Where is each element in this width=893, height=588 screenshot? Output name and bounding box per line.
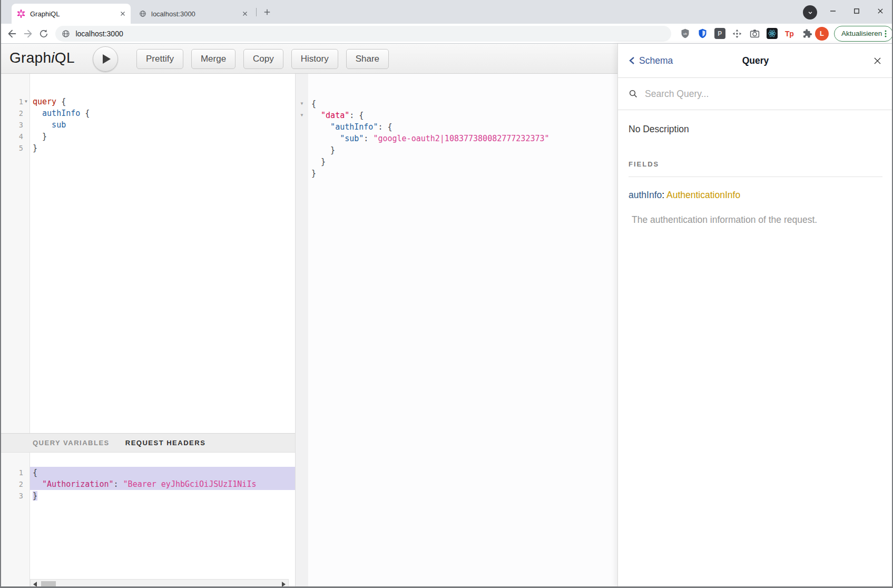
graphiql-topbar: GraphiQL Prettify Merge Copy History Sha…: [0, 44, 617, 74]
p-extension-icon[interactable]: P: [713, 27, 726, 40]
tab-localhost[interactable]: localhost:3000: [134, 4, 253, 24]
doc-title: Query: [742, 55, 769, 66]
tab-request-headers[interactable]: REQUEST HEADERS: [125, 439, 206, 447]
field-description: The authentication information of the re…: [629, 214, 882, 226]
code-line: 1 {: [0, 467, 295, 478]
divider: [629, 177, 882, 177]
fields-heading: FIELDS: [629, 160, 882, 168]
code-line: 3 }: [0, 490, 295, 502]
type-description: No Description: [629, 124, 882, 135]
code-line: 3 sub: [0, 119, 295, 131]
code-line: 1▼ query {: [0, 96, 295, 107]
update-button-label: Aktualisieren: [841, 30, 882, 37]
search-icon: [629, 89, 638, 99]
graphiql-app: GraphiQL Prettify Merge Copy History Sha…: [0, 44, 893, 588]
history-button[interactable]: History: [291, 49, 338, 69]
profile-avatar[interactable]: L: [815, 27, 829, 41]
code-line: 2 authInfo {: [0, 107, 295, 119]
code-line: }: [296, 156, 617, 168]
kebab-menu-icon[interactable]: [882, 30, 889, 38]
browser-toolbar: localhost:3000 ub P: [0, 24, 893, 44]
address-bar[interactable]: localhost:3000: [55, 26, 671, 42]
window-close-button[interactable]: [868, 0, 892, 22]
extensions-puzzle-icon[interactable]: [800, 27, 813, 40]
toolbar-buttons: Prettify Merge Copy History Share: [136, 49, 389, 69]
share-button[interactable]: Share: [346, 49, 389, 69]
tampermonkey-tp-icon[interactable]: Tp: [783, 27, 796, 40]
fold-caret-icon[interactable]: ▼: [296, 110, 308, 121]
variables-tab-bar: QUERY VARIABLES REQUEST HEADERS: [0, 433, 295, 453]
site-info-globe-icon[interactable]: [62, 30, 70, 38]
doc-explorer-header: Schema Query: [618, 44, 893, 78]
browser-window: GraphiQL localhost:3000: [0, 0, 893, 588]
doc-search-input[interactable]: [644, 88, 867, 100]
doc-back-button[interactable]: Schema: [629, 55, 673, 66]
tab-title: GraphiQL: [30, 10, 119, 18]
update-button[interactable]: Aktualisieren: [834, 26, 893, 42]
ublock-shield-icon[interactable]: ub: [679, 27, 691, 40]
doc-close-icon[interactable]: [872, 56, 882, 66]
graphiql-logo: GraphiQL: [9, 50, 75, 66]
tab-title: localhost:3000: [151, 10, 241, 18]
chevron-left-icon: [629, 56, 635, 65]
code-line: "authInfo": {: [296, 121, 617, 133]
move-crosshair-icon[interactable]: [731, 27, 743, 40]
prettify-button[interactable]: Prettify: [136, 49, 183, 69]
tab-graphiql[interactable]: GraphiQL: [12, 4, 131, 24]
result-viewer: ▼ { ▼ "data": { "authInfo": { "sub": "go…: [296, 74, 617, 179]
tab-separator: [256, 8, 257, 16]
window-minimize-button[interactable]: [821, 0, 845, 22]
doc-explorer-panel: Schema Query No Description FIELDS authI…: [617, 44, 893, 588]
code-line: 2 "Authorization": "Bearer eyJhbGciOiJSU…: [0, 478, 295, 490]
merge-button[interactable]: Merge: [191, 49, 235, 69]
fold-caret-icon[interactable]: ▼: [23, 96, 29, 107]
field-name-link[interactable]: authInfo: [629, 190, 662, 200]
code-line: ▼ {: [296, 98, 617, 110]
code-line: }: [296, 168, 617, 179]
execute-query-button[interactable]: [93, 46, 118, 72]
browser-menu-caret-icon[interactable]: [803, 5, 817, 19]
doc-body: No Description FIELDS authInfo: Authenti…: [618, 110, 893, 226]
extensions-row: ub P Tp: [679, 27, 813, 40]
copy-button[interactable]: Copy: [243, 49, 283, 69]
code-line: ▼ "data": {: [296, 110, 617, 121]
new-tab-button[interactable]: [262, 7, 272, 17]
code-line: "sub": "google-oauth2|108377380082777232…: [296, 133, 617, 144]
window-edge: [0, 0, 1, 588]
reload-icon[interactable]: [36, 26, 52, 42]
window-maximize-button[interactable]: [845, 0, 868, 22]
query-editor[interactable]: 1▼ query { 2 authInfo { 3 sub 4 } 5: [0, 74, 295, 154]
forward-icon[interactable]: [20, 26, 36, 42]
doc-back-label: Schema: [639, 55, 673, 66]
code-line: 4 }: [0, 131, 295, 142]
tab-query-variables[interactable]: QUERY VARIABLES: [33, 439, 110, 447]
bitwarden-shield-icon[interactable]: [696, 27, 709, 40]
fold-caret-icon[interactable]: ▼: [296, 98, 308, 110]
back-icon[interactable]: [4, 26, 20, 42]
globe-icon: [139, 10, 146, 17]
react-devtools-icon[interactable]: [766, 27, 778, 40]
request-headers-editor[interactable]: 1 { 2 "Authorization": "Bearer eyJhbGciO…: [0, 453, 295, 502]
svg-text:ub: ub: [683, 32, 687, 35]
code-line: 5 }: [0, 142, 295, 154]
camera-icon[interactable]: [748, 27, 761, 40]
play-icon: [103, 54, 111, 64]
graphql-logo-icon: [17, 9, 25, 18]
url-text: localhost:3000: [75, 30, 123, 38]
field-type-link[interactable]: AuthenticationInfo: [666, 190, 740, 200]
query-editor-pane[interactable]: 1▼ query { 2 authInfo { 3 sub 4 } 5: [0, 74, 295, 588]
code-line: }: [296, 144, 617, 156]
tab-close-icon[interactable]: [241, 10, 249, 17]
doc-search-row: [618, 78, 893, 110]
field-row: authInfo: AuthenticationInfo: [629, 190, 882, 201]
tab-close-icon[interactable]: [119, 10, 126, 17]
scrollbar-thumb[interactable]: [41, 581, 56, 586]
tab-strip: GraphiQL localhost:3000: [0, 0, 893, 24]
result-pane: ▼ { ▼ "data": { "authInfo": { "sub": "go…: [295, 74, 617, 588]
